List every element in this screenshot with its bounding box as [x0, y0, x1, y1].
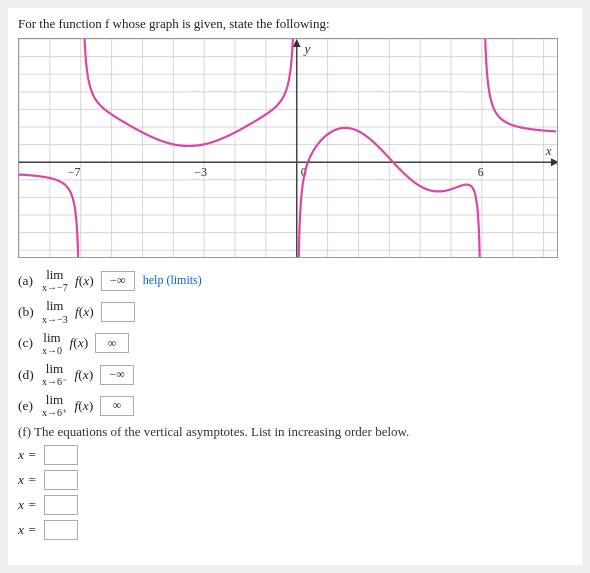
fx-e: f(x): [71, 398, 93, 414]
answer-d[interactable]: −∞: [100, 365, 134, 385]
answer-b[interactable]: [101, 302, 135, 322]
page: For the function f whose graph is given,…: [8, 8, 582, 565]
label-b: (b): [18, 304, 38, 320]
label-e: (e): [18, 398, 38, 414]
lim-b: lim x→−3: [42, 299, 68, 324]
question-a: (a) lim x→−7 f(x) −∞ help (limits): [18, 268, 572, 293]
question-c: (c) lim x→0 f(x) ∞: [18, 331, 572, 356]
asym-input-3[interactable]: [44, 495, 78, 515]
fx-b: f(x): [72, 304, 94, 320]
label-d: (d): [18, 367, 38, 383]
asym-row-2: x =: [18, 470, 572, 490]
answer-e[interactable]: ∞: [100, 396, 134, 416]
asym-input-4[interactable]: [44, 520, 78, 540]
part-f-text: (f) The equations of the vertical asympt…: [18, 424, 572, 440]
fx-d: f(x): [71, 367, 93, 383]
lim-d: lim x→6⁻: [42, 362, 67, 387]
lim-a: lim x→−7: [42, 268, 68, 293]
fx-a: f(x): [72, 273, 94, 289]
asym-row-3: x =: [18, 495, 572, 515]
label-a: (a): [18, 273, 38, 289]
fx-c: f(x): [66, 335, 88, 351]
question-b: (b) lim x→−3 f(x): [18, 299, 572, 324]
answer-c[interactable]: ∞: [95, 333, 129, 353]
intro-text: For the function f whose graph is given,…: [18, 16, 572, 32]
graph-container: [18, 38, 558, 258]
question-e: (e) lim x→6⁺ f(x) ∞: [18, 393, 572, 418]
label-c: (c): [18, 335, 38, 351]
asym-row-1: x =: [18, 445, 572, 465]
lim-c: lim x→0: [42, 331, 62, 356]
lim-e: lim x→6⁺: [42, 393, 67, 418]
asym-row-4: x =: [18, 520, 572, 540]
help-link-a[interactable]: help (limits): [143, 273, 202, 288]
questions-section: (a) lim x→−7 f(x) −∞ help (limits) (b) l…: [18, 268, 572, 540]
answer-a[interactable]: −∞: [101, 271, 135, 291]
question-d: (d) lim x→6⁻ f(x) −∞: [18, 362, 572, 387]
asym-input-2[interactable]: [44, 470, 78, 490]
asym-input-1[interactable]: [44, 445, 78, 465]
